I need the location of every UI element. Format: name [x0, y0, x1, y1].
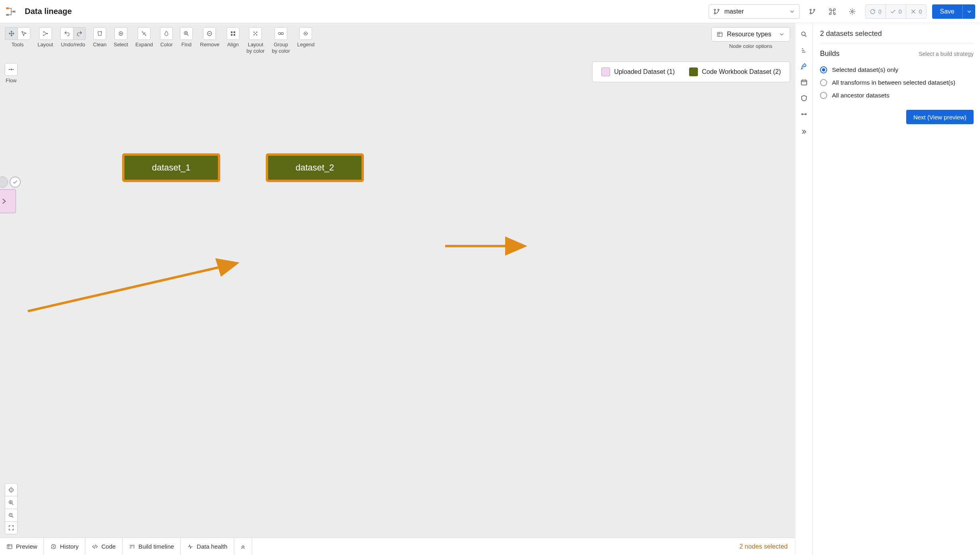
radio-label: All ancestor datasets [832, 92, 889, 99]
svg-rect-43 [801, 80, 807, 85]
svg-point-23 [254, 32, 255, 33]
node-label: dataset_1 [152, 163, 191, 173]
radio-ancestors[interactable]: All ancestor datasets [820, 89, 974, 102]
svg-point-27 [255, 33, 256, 34]
status-refresh-count: 0 [878, 8, 881, 15]
status-refresh[interactable]: 0 [865, 5, 886, 18]
redo-button[interactable] [73, 27, 86, 40]
svg-rect-2 [13, 10, 16, 12]
align-button[interactable] [227, 27, 239, 40]
tool-label-remove: Remove [200, 42, 219, 48]
radio-icon [820, 79, 827, 86]
tool-label-select: Select [114, 42, 128, 48]
chevron-down-icon [789, 8, 795, 15]
tool-label-layout: Layout [38, 42, 53, 48]
svg-rect-32 [717, 32, 722, 37]
uploaded-dataset-node[interactable] [0, 189, 16, 213]
svg-line-35 [28, 263, 237, 311]
node-dataset-2[interactable]: dataset_2 [266, 153, 364, 182]
tool-label-group-by-color: Group by color [272, 42, 290, 54]
page-title: Data lineage [25, 7, 72, 16]
zoom-locate-button[interactable] [5, 483, 18, 496]
svg-point-15 [142, 32, 143, 33]
svg-point-42 [802, 32, 805, 36]
tab-expand-button[interactable] [234, 538, 252, 555]
rail-search-button[interactable] [797, 27, 811, 42]
tab-preview[interactable]: Preview [0, 538, 44, 555]
svg-point-14 [120, 33, 121, 34]
radio-label: Selected dataset(s) only [832, 66, 898, 73]
tab-label: Preview [16, 543, 37, 550]
side-panel: 2 datasets selected Builds Select a buil… [812, 23, 980, 555]
rail-build-button[interactable] [797, 59, 811, 73]
zoom-in-button[interactable] [5, 496, 18, 509]
zoom-out-button[interactable] [5, 509, 18, 521]
tool-select-button[interactable] [18, 27, 30, 40]
svg-point-31 [305, 33, 306, 34]
layout-by-color-button[interactable] [249, 27, 262, 40]
tool-label-align: Align [227, 42, 239, 48]
save-button-group: Save [932, 4, 975, 19]
panel-title: 2 datasets selected [820, 30, 974, 44]
next-button[interactable]: Next (View preview) [906, 110, 974, 124]
svg-rect-21 [231, 34, 232, 36]
status-ok[interactable]: 0 [886, 5, 906, 18]
resource-types-label: Resource types [727, 31, 771, 38]
svg-rect-0 [6, 7, 9, 9]
radio-between[interactable]: All transforms in between selected datas… [820, 76, 974, 89]
zoom-fit-button[interactable] [5, 521, 18, 534]
tab-history[interactable]: History [44, 538, 85, 555]
keyboard-shortcut-button[interactable] [825, 4, 840, 19]
remove-button[interactable] [203, 27, 216, 40]
tab-code[interactable]: Code [85, 538, 122, 555]
svg-point-8 [814, 9, 815, 10]
branch-selector[interactable]: master [709, 4, 800, 19]
tab-data-health[interactable]: Data health [181, 538, 234, 555]
tool-pan-button[interactable] [5, 27, 18, 40]
rail-schedule-button[interactable] [797, 75, 811, 89]
save-button[interactable]: Save [932, 4, 962, 19]
panel-section-title: Builds [820, 50, 840, 58]
find-button[interactable] [180, 27, 193, 40]
svg-point-11 [43, 35, 44, 36]
node-dataset-1[interactable]: dataset_1 [122, 153, 220, 182]
legend-button[interactable] [299, 27, 312, 40]
radio-icon [820, 92, 827, 99]
status-cancel[interactable]: 0 [906, 5, 926, 18]
tab-label: Data health [197, 543, 227, 550]
save-dropdown-button[interactable] [962, 4, 975, 19]
undo-button[interactable] [60, 27, 73, 40]
zoom-controls [5, 483, 18, 534]
group-by-color-button[interactable] [275, 27, 287, 40]
svg-point-24 [256, 32, 257, 33]
svg-point-16 [145, 35, 146, 36]
resource-types-select[interactable]: Resource types [711, 27, 790, 42]
rail-resize-button[interactable] [797, 107, 811, 121]
status-cancel-count: 0 [919, 8, 922, 15]
clean-button[interactable] [93, 27, 106, 40]
rail-list-button[interactable] [797, 43, 811, 57]
lineage-canvas[interactable]: Uploaded Dataset (1) Code Workbook Datas… [0, 57, 795, 537]
tool-label-expand: Expand [135, 42, 153, 48]
tool-label-legend: Legend [297, 42, 314, 48]
branches-icon-button[interactable] [805, 4, 820, 19]
legend-label-uploaded: Uploaded Dataset (1) [614, 68, 675, 75]
svg-point-5 [718, 9, 719, 10]
expand-button[interactable] [138, 27, 150, 40]
svg-point-4 [714, 12, 715, 14]
node-badge-check-icon [10, 176, 21, 188]
select-all-button[interactable] [115, 27, 127, 40]
tab-build-timeline[interactable]: Build timeline [122, 538, 181, 555]
tool-label-layout-by-color: Layout by color [247, 42, 265, 54]
bottom-tabs: Preview History Code Build timeline Data… [0, 537, 795, 555]
svg-point-9 [852, 10, 854, 12]
svg-point-6 [810, 9, 811, 10]
settings-button[interactable] [845, 4, 859, 19]
layout-button[interactable] [39, 27, 52, 40]
rail-collapse-button[interactable] [797, 125, 811, 139]
color-button[interactable] [160, 27, 173, 40]
radio-selected-only[interactable]: Selected dataset(s) only [820, 63, 974, 76]
svg-rect-20 [233, 32, 235, 33]
tool-label-tools: Tools [12, 42, 24, 48]
rail-shield-button[interactable] [797, 91, 811, 105]
